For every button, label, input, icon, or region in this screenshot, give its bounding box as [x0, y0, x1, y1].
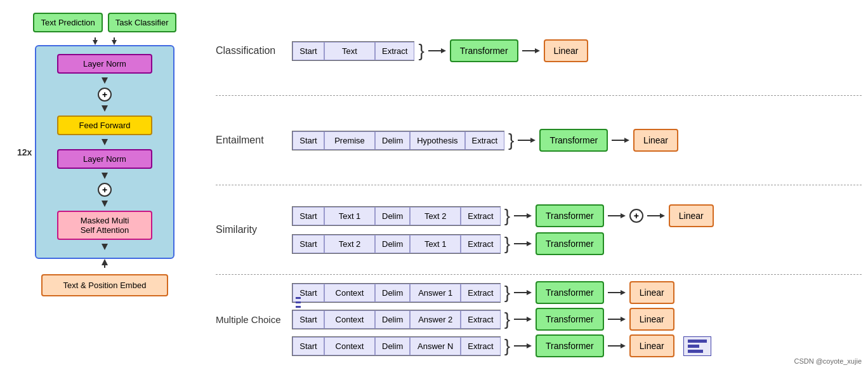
entailment-label: Entailment — [216, 135, 292, 146]
svg-marker-9 — [102, 244, 108, 250]
similarity-row-2: Start Text 2 Delim Text 1 Extract } Tran… — [292, 232, 714, 255]
sim-tokens-1: Start Text 1 Delim Text 2 Extract — [292, 206, 501, 226]
svg-marker-3 — [112, 40, 117, 45]
svg-rect-37 — [296, 301, 301, 303]
entailment-linear: Linear — [633, 129, 678, 152]
token-start: Start — [293, 235, 324, 253]
token-answern: Answer N — [410, 337, 461, 355]
token-start: Start — [293, 42, 324, 60]
arrow-mc-2 — [514, 315, 532, 324]
token-delim: Delim — [375, 207, 410, 225]
bracket-r2: } — [508, 131, 514, 149]
arrow-to-linear — [522, 46, 540, 55]
token-extract: Extract — [461, 284, 500, 302]
arrow-6 — [102, 244, 108, 250]
token-text2: Text 2 — [410, 207, 461, 225]
arrow-entailment — [518, 136, 536, 145]
right-panel: Classification Start Text Extract } Tran… — [203, 6, 862, 364]
sim-linear: Linear — [669, 204, 714, 227]
entailment-tokens: Start Premise Delim Hypothesis Extract — [292, 131, 504, 150]
classification-transformer: Transformer — [450, 39, 518, 62]
arrow-mc-n-linear — [608, 341, 626, 350]
token-delim: Delim — [375, 235, 410, 253]
token-context: Context — [324, 310, 375, 329]
transformer-block: Layer Norm + Feed Forward Layer Norm + M… — [35, 45, 174, 259]
classification-label: Classification — [216, 45, 292, 56]
token-extract: Extract — [461, 207, 500, 225]
watermark: CSDN @coyote_xujie — [794, 357, 862, 365]
bracket-r: } — [418, 42, 424, 60]
token-extract: Extract — [465, 131, 504, 150]
arrow-mc-1 — [514, 288, 532, 297]
entailment-row: Entailment Start Premise Delim Hypothesi… — [216, 96, 862, 185]
svg-marker-1 — [93, 40, 98, 45]
svg-marker-40 — [527, 343, 532, 348]
mc-row-2: Start Context Delim Answer 2 Extract } T… — [292, 308, 711, 331]
token-premise: Premise — [324, 131, 375, 150]
svg-marker-7 — [102, 173, 108, 179]
arrow-sim-plus-to-linear — [647, 211, 665, 220]
similarity-row-1: Start Text 1 Delim Text 2 Extract } Tran… — [292, 204, 714, 227]
mc-row: Multiple Choice Start Context Delim Answ… — [216, 275, 862, 364]
arrow-1 — [102, 77, 108, 84]
classification-linear: Linear — [544, 39, 589, 62]
transformer-block-wrapper: 12x Layer Norm + Feed Forward Layer Norm… — [35, 45, 174, 259]
classification-content: Start Text Extract } Transformer Linear — [292, 39, 588, 62]
token-delim: Delim — [375, 131, 410, 150]
arrow-mc-1-linear — [608, 288, 626, 297]
svg-rect-36 — [296, 297, 301, 299]
arrow-up-embed — [102, 259, 108, 268]
svg-rect-38 — [296, 306, 301, 308]
main-container: Text Prediction Task Classifier 12x Laye… — [0, 0, 868, 370]
bar-3 — [688, 350, 703, 353]
text-prediction-box: Text Prediction — [33, 13, 102, 32]
arrow-mc-2-linear — [608, 315, 626, 324]
token-extract: Extract — [461, 310, 500, 329]
svg-marker-13 — [441, 48, 446, 53]
mc-linear-n: Linear — [629, 334, 674, 357]
task-classifier-box: Task Classifier — [108, 13, 176, 32]
svg-marker-23 — [621, 213, 626, 218]
bar-2 — [688, 345, 699, 348]
left-panel: Text Prediction Task Classifier 12x Laye… — [6, 6, 203, 364]
token-extract: Extract — [461, 337, 500, 355]
token-delim: Delim — [375, 284, 410, 302]
mc-transformer-n: Transformer — [536, 334, 604, 357]
token-start: Start — [293, 131, 324, 150]
svg-marker-8 — [102, 201, 108, 207]
svg-marker-17 — [530, 138, 536, 143]
svg-marker-10 — [102, 259, 108, 265]
mc-transformer-1: Transformer — [536, 281, 604, 304]
classification-tokens: Start Text Extract — [292, 41, 414, 61]
svg-marker-4 — [102, 77, 108, 84]
svg-marker-15 — [535, 48, 540, 53]
mc-tokens-1: Start Context Delim Answer 1 Extract — [292, 283, 501, 303]
similarity-content: Start Text 1 Delim Text 2 Extract } Tran… — [292, 204, 714, 255]
svg-marker-6 — [102, 139, 108, 145]
arrow-sim-2 — [514, 239, 532, 248]
top-output-boxes: Text Prediction Task Classifier — [33, 13, 176, 32]
token-extract: Extract — [375, 42, 414, 60]
entailment-transformer: Transformer — [539, 129, 608, 152]
similarity-row: Similarity Start Text 1 Delim Text 2 Ext… — [216, 185, 862, 275]
svg-marker-29 — [527, 290, 532, 295]
svg-marker-35 — [621, 317, 626, 322]
svg-marker-21 — [527, 213, 532, 218]
sim-transformer-1: Transformer — [536, 204, 604, 227]
entailment-content: Start Premise Delim Hypothesis Extract }… — [292, 129, 678, 152]
mc-label: Multiple Choice — [216, 314, 292, 325]
arrow-5 — [102, 201, 108, 207]
arrow-to-transformer — [428, 46, 446, 55]
plus-circle-top: + — [98, 88, 112, 102]
mc-right-bracket — [294, 294, 308, 345]
svg-marker-25 — [660, 213, 665, 218]
classification-row: Classification Start Text Extract } Tran… — [216, 6, 862, 96]
token-hypothesis: Hypothesis — [410, 131, 464, 150]
repeat-label: 12x — [17, 147, 32, 157]
arrow-4 — [102, 173, 108, 179]
layer-norm-top: Layer Norm — [57, 54, 152, 74]
svg-marker-19 — [624, 138, 629, 143]
token-text1: Text 1 — [410, 235, 461, 253]
feed-forward-box: Feed Forward — [57, 116, 152, 135]
token-answer1: Answer 1 — [410, 284, 461, 302]
